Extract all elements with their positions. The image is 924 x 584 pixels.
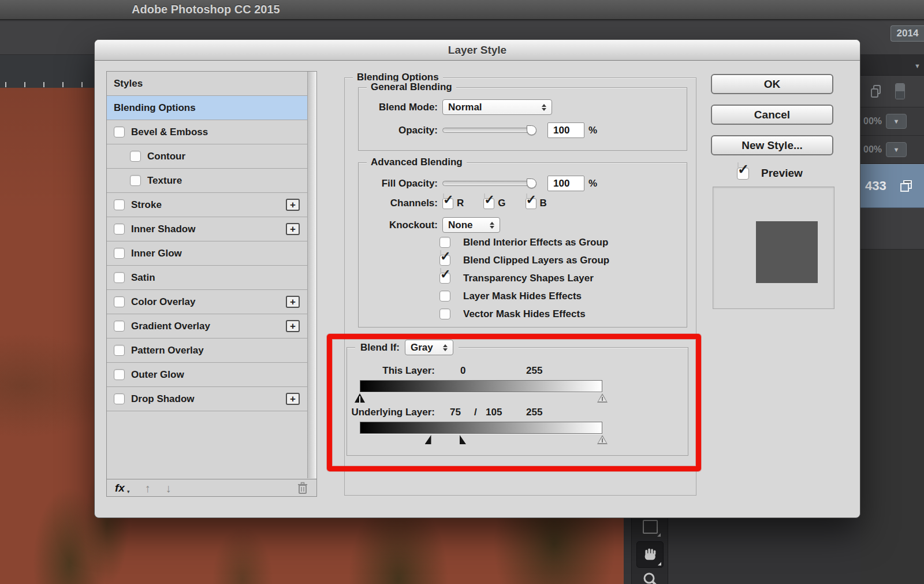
- style-item-label: Gradient Overlay: [131, 321, 210, 332]
- checkbox[interactable]: [114, 369, 125, 380]
- move-down-icon[interactable]: ↓: [165, 482, 171, 494]
- option-blend-clipped-layers-as-group[interactable]: ✓Blend Clipped Layers as Group: [439, 255, 609, 266]
- checkbox[interactable]: ✓: [483, 198, 494, 209]
- zoom-value-2[interactable]: 00%: [863, 144, 882, 155]
- fill-opacity-input[interactable]: 100: [547, 176, 584, 191]
- zoom-value-1[interactable]: 00%: [863, 116, 882, 127]
- year-badge[interactable]: 2014: [891, 25, 924, 42]
- copy-page-icon[interactable]: [870, 84, 882, 98]
- underlying-black-marker-left-half[interactable]: [425, 435, 431, 444]
- this-layer-white-marker[interactable]: [597, 393, 608, 403]
- underlying-gradient-bar[interactable]: [360, 422, 602, 434]
- opacity-slider-knob[interactable]: [527, 125, 536, 135]
- hand-tool-button[interactable]: [636, 541, 664, 568]
- this-layer-low-value: 0: [460, 365, 465, 377]
- updown-arrows-icon: [437, 344, 448, 351]
- checkbox[interactable]: ✓: [526, 198, 536, 209]
- style-item-color-overlay[interactable]: Color Overlay+: [107, 290, 307, 314]
- checkbox[interactable]: [130, 175, 141, 186]
- style-item-styles[interactable]: Styles: [107, 72, 307, 96]
- preview-label: Preview: [761, 167, 803, 180]
- opacity-unit: %: [588, 125, 597, 136]
- checkbox[interactable]: [439, 237, 450, 248]
- checkbox[interactable]: [114, 224, 125, 235]
- panel-menu-caret-icon[interactable]: ▼: [914, 62, 921, 69]
- underlying-white-marker[interactable]: [597, 435, 608, 444]
- style-item-inner-shadow[interactable]: Inner Shadow+: [107, 217, 307, 241]
- add-instance-button[interactable]: +: [286, 223, 300, 235]
- trash-icon[interactable]: [297, 482, 308, 494]
- channels-group: ✓R✓G✓B: [442, 198, 561, 209]
- move-up-icon[interactable]: ↑: [144, 482, 150, 494]
- style-item-inner-glow[interactable]: Inner Glow: [107, 241, 307, 266]
- style-item-satin[interactable]: Satin: [107, 266, 307, 290]
- zoom-dropdown-2[interactable]: ▼: [886, 142, 907, 157]
- style-item-stroke[interactable]: Stroke+: [107, 193, 307, 217]
- knockout-dropdown[interactable]: None: [442, 217, 500, 233]
- style-item-bevel-emboss[interactable]: Bevel & Emboss: [107, 120, 307, 144]
- this-layer-gradient-bar[interactable]: [360, 380, 602, 392]
- checkbox[interactable]: [130, 151, 141, 162]
- style-item-label: Drop Shadow: [131, 393, 195, 405]
- opacity-slider[interactable]: [442, 128, 535, 133]
- checkbox[interactable]: [114, 393, 125, 404]
- checkbox[interactable]: [114, 127, 125, 137]
- general-blending-group: General Blending Blend Mode: Normal Opac…: [358, 87, 687, 151]
- underlying-black-marker-right-half[interactable]: [460, 435, 466, 444]
- option-vector-mask-hides-effects[interactable]: Vector Mask Hides Effects: [439, 308, 609, 319]
- zoom-dropdown-1[interactable]: ▼: [886, 114, 907, 129]
- checkbox[interactable]: ✓: [439, 273, 450, 284]
- checkbox[interactable]: [439, 291, 450, 302]
- checkbox[interactable]: [114, 272, 125, 283]
- blend-if-channel-dropdown[interactable]: Gray: [405, 340, 453, 355]
- blend-if-channel-value: Gray: [411, 342, 433, 354]
- style-item-drop-shadow[interactable]: Drop Shadow+: [107, 387, 307, 411]
- add-instance-button[interactable]: +: [286, 199, 300, 211]
- style-item-label: Inner Glow: [131, 248, 182, 259]
- channel-b: ✓B: [526, 198, 547, 209]
- duplicate-icon[interactable]: [899, 179, 913, 193]
- checkbox[interactable]: [114, 321, 125, 332]
- option-layer-mask-hides-effects[interactable]: Layer Mask Hides Effects: [439, 291, 609, 302]
- checkbox[interactable]: ✓: [439, 255, 450, 266]
- blend-mode-dropdown[interactable]: Normal: [442, 99, 552, 115]
- zoom-tool-icon[interactable]: [642, 571, 659, 584]
- add-instance-button[interactable]: +: [286, 393, 300, 405]
- option-blend-interior-effects-as-group[interactable]: Blend Interior Effects as Group: [439, 237, 609, 248]
- style-item-contour[interactable]: Contour: [107, 144, 307, 169]
- blend-if-label: Blend If:: [360, 342, 400, 354]
- channel-r: ✓R: [442, 198, 464, 209]
- opacity-input[interactable]: 100: [547, 122, 584, 138]
- fx-icon[interactable]: fx: [115, 482, 125, 494]
- style-item-label: Stroke: [131, 199, 162, 211]
- preview-checkbox[interactable]: ✓: [737, 168, 749, 180]
- panel-section: [860, 208, 924, 250]
- checkbox[interactable]: [114, 296, 125, 307]
- layer-thumb-icon[interactable]: [895, 83, 905, 99]
- styles-scrollbar[interactable]: [307, 72, 316, 478]
- add-instance-button[interactable]: +: [286, 296, 300, 308]
- this-layer-black-marker[interactable]: [355, 393, 365, 403]
- style-item-blending-options[interactable]: Blending Options: [107, 96, 307, 120]
- underlying-low-value: 75: [450, 407, 461, 418]
- fill-opacity-slider-knob[interactable]: [527, 178, 536, 188]
- option-transparency-shapes-layer[interactable]: ✓Transparency Shapes Layer: [439, 273, 609, 284]
- updown-arrows-icon: [484, 222, 494, 229]
- style-item-pattern-overlay[interactable]: Pattern Overlay: [107, 339, 307, 363]
- checkbox[interactable]: [114, 199, 125, 210]
- cancel-button[interactable]: Cancel: [711, 105, 833, 125]
- style-item-texture[interactable]: Texture: [107, 169, 307, 193]
- style-item-gradient-overlay[interactable]: Gradient Overlay+: [107, 314, 307, 339]
- new-style-button[interactable]: New Style...: [711, 135, 833, 155]
- shape-tool-icon[interactable]: [643, 520, 658, 534]
- ok-button[interactable]: OK: [711, 74, 833, 94]
- checkbox[interactable]: ✓: [442, 198, 453, 209]
- checkbox[interactable]: [114, 345, 125, 356]
- checkbox[interactable]: [439, 308, 450, 319]
- checkbox[interactable]: [114, 248, 125, 259]
- fill-opacity-slider[interactable]: [442, 181, 535, 186]
- add-instance-button[interactable]: +: [286, 320, 300, 332]
- selected-document-row[interactable]: 433: [860, 164, 924, 208]
- style-item-outer-glow[interactable]: Outer Glow: [107, 363, 307, 387]
- dialog-title-bar[interactable]: Layer Style: [95, 40, 860, 61]
